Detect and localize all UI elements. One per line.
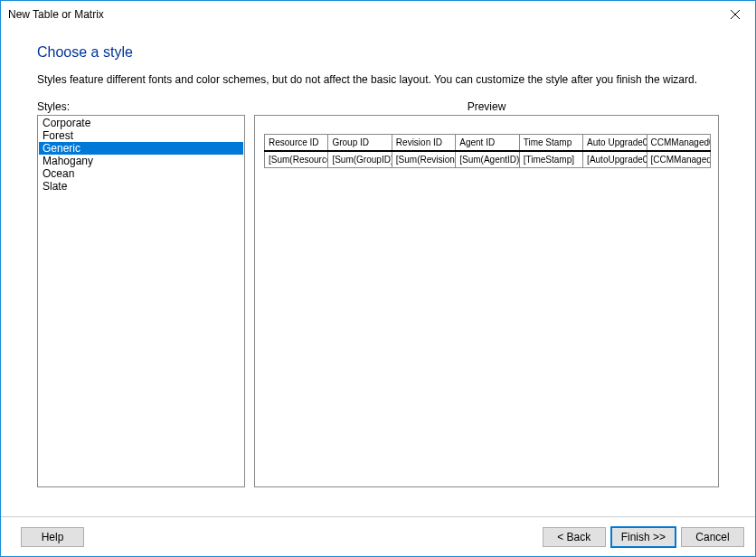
list-item[interactable]: Ocean [39, 167, 243, 180]
page-heading: Choose a style [37, 44, 719, 61]
table-cell: [Sum(RevisionID [392, 151, 455, 168]
list-item[interactable]: Slate [39, 180, 243, 193]
list-item[interactable]: Mahogany [39, 155, 243, 167]
preview-panel: Resource ID Group ID Revision ID Agent I… [254, 115, 719, 487]
table-header: Group ID [328, 135, 392, 152]
preview-table: Resource ID Group ID Revision ID Agent I… [264, 134, 711, 168]
styles-label: Styles: [37, 100, 245, 113]
help-button[interactable]: Help [21, 527, 84, 547]
table-cell: [CCMManaged0 [647, 151, 710, 168]
window-title: New Table or Matrix [8, 8, 104, 21]
close-icon [731, 10, 740, 19]
styles-listbox[interactable]: Corporate Forest Generic Mahogany Ocean … [37, 115, 245, 487]
table-cell: [Sum(AgentID)] [456, 151, 519, 168]
table-header: Auto Upgrade0 [583, 135, 647, 152]
table-header: Resource ID [265, 135, 328, 152]
table-header-row: Resource ID Group ID Revision ID Agent I… [265, 135, 711, 152]
table-header: Time Stamp [519, 135, 582, 152]
titlebar: New Table or Matrix [1, 1, 755, 28]
content-area: Choose a style Styles feature different … [1, 28, 755, 487]
back-button[interactable]: < Back [543, 527, 606, 547]
table-row: [Sum(Resource [Sum(GroupID)] [Sum(Revisi… [265, 151, 711, 168]
footer: Help < Back Finish >> Cancel [1, 516, 755, 556]
table-cell: [Sum(Resource [265, 151, 328, 168]
list-item[interactable]: Forest [39, 129, 243, 142]
table-header: CCMManaged0 [647, 135, 710, 152]
close-button[interactable] [714, 1, 755, 28]
table-header: Revision ID [392, 135, 455, 152]
finish-button[interactable]: Finish >> [611, 527, 676, 547]
table-header: Agent ID [456, 135, 519, 152]
table-cell: [AutoUpgrade0] [583, 151, 647, 168]
cancel-button[interactable]: Cancel [681, 527, 744, 547]
table-cell: [Sum(GroupID)] [328, 151, 392, 168]
list-item[interactable]: Corporate [39, 117, 243, 129]
preview-label: Preview [254, 100, 719, 113]
list-item[interactable]: Generic [39, 142, 243, 155]
table-cell: [TimeStamp] [519, 151, 582, 168]
page-description: Styles feature different fonts and color… [37, 73, 719, 86]
